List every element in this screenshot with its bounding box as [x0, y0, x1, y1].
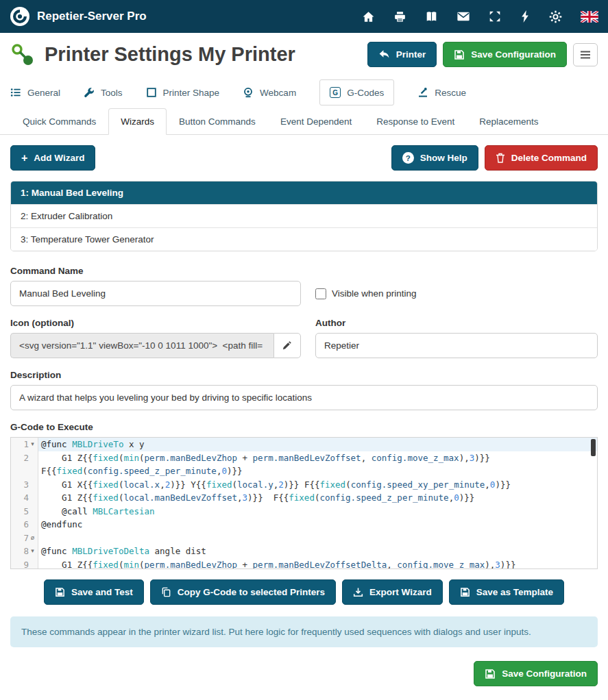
editor-line[interactable]: 9 G1 Z{{fixed(min(perm.manBedLevZhop + p… [11, 558, 597, 570]
brand[interactable]: Repetier-Server Pro [10, 6, 147, 27]
gcode-editor[interactable]: 1▾@func MBLDriveTo x y2 G1 Z{{fixed(min(… [10, 437, 598, 569]
editor-line[interactable]: 1▾@func MBLDriveTo x y [11, 438, 597, 451]
editor-line-code[interactable]: @func MBLDriveToDelta angle dist [38, 545, 597, 558]
editor-line-code[interactable]: F{{fixed(config.speed_z_per_minute,0)}} [38, 464, 597, 478]
editor-line[interactable]: 5 @call MBLCartesian [11, 505, 597, 518]
editor-line[interactable]: 6@endfunc [11, 518, 597, 532]
editor-line-code[interactable] [38, 532, 597, 545]
fold-marker-icon [29, 451, 36, 465]
save-configuration-button-top[interactable]: Save Configuration [443, 42, 567, 67]
save-icon [55, 587, 65, 597]
toolbar-right-group: ? Show Help Delete Command [391, 145, 598, 171]
app-logo [10, 6, 30, 27]
printer-icon[interactable] [393, 11, 406, 23]
fold-marker-icon [29, 505, 36, 518]
tools-icon [84, 87, 95, 98]
save-and-test-button[interactable]: Save and Test [44, 579, 144, 605]
editor-line-code[interactable]: @call MBLCartesian [38, 505, 597, 518]
header-menu-button[interactable] [573, 43, 598, 66]
editor-line[interactable]: 2 G1 Z{{fixed(min(perm.manBedLevZhop + p… [11, 451, 597, 465]
subtab-button-commands[interactable]: Button Commands [167, 108, 268, 135]
home-icon[interactable] [362, 11, 375, 23]
tab-tools[interactable]: Tools [84, 80, 123, 105]
command-name-label: Command Name [10, 266, 598, 276]
editor-gutter: 7ø [11, 532, 38, 545]
delete-command-button[interactable]: Delete Command [485, 145, 598, 171]
hamburger-menu-icon [580, 50, 591, 60]
subtab-wizards[interactable]: Wizards [108, 108, 167, 135]
editor-line-code[interactable]: G1 Z{{fixed(local.manBedLevZoffset,3)}} … [38, 491, 597, 505]
icon-input-group [10, 333, 301, 358]
author-label: Author [315, 318, 598, 328]
export-wizard-button[interactable]: Export Wizard [342, 579, 443, 605]
save-configuration-button-bottom[interactable]: Save Configuration [474, 661, 598, 686]
editor-line[interactable]: F{{fixed(config.speed_z_per_minute,0)}} [11, 464, 597, 478]
editor-scrollbar-thumb[interactable] [591, 439, 596, 456]
wizard-list-item-2[interactable]: 2: Extruder Calibration [11, 204, 597, 227]
editor-line-code[interactable]: G1 X{{fixed(local.x,2)}} Y{{fixed(local.… [38, 478, 597, 492]
top-navbar: Repetier-Server Pro [0, 0, 608, 33]
book-icon[interactable] [425, 11, 438, 23]
settings-tab-bar: General Tools Printer Shape Webcam G G-C… [0, 71, 608, 107]
mail-icon[interactable] [457, 11, 470, 22]
editor-gutter: 8▾ [11, 545, 38, 558]
editor-gutter: 2 [11, 451, 38, 465]
fold-marker-icon [29, 491, 36, 505]
pencil-icon [282, 340, 292, 351]
wizard-list-item-3[interactable]: 3: Temperature Tower Generator [11, 227, 597, 251]
square-outline-icon [146, 87, 157, 98]
save-as-template-button[interactable]: Save as Template [449, 579, 564, 605]
tab-general[interactable]: General [10, 80, 60, 105]
edit-icon-button[interactable] [273, 333, 301, 358]
gcode-subtab-bar: Quick Commands Wizards Button Commands E… [0, 107, 608, 135]
bottom-save-row: Save Configuration [0, 647, 608, 698]
command-name-input[interactable] [10, 281, 301, 306]
language-flag-uk-icon[interactable] [581, 11, 598, 23]
editor-line[interactable]: 8▾@func MBLDriveToDelta angle dist [11, 545, 597, 558]
fold-marker-icon[interactable]: ▾ [29, 545, 36, 558]
tab-printer-shape[interactable]: Printer Shape [146, 80, 220, 105]
copy-gcode-button[interactable]: Copy G-Code to selected Printers [150, 579, 336, 605]
save-icon [485, 668, 496, 679]
editor-line-code[interactable]: G1 Z{{fixed(min(perm.manBedLevZhop + per… [38, 451, 597, 465]
expand-arrows-icon[interactable] [489, 10, 501, 23]
fold-marker-icon [29, 464, 36, 478]
tab-webcam[interactable]: Webcam [243, 80, 296, 105]
subtab-event-dependent[interactable]: Event Dependent [268, 108, 364, 135]
footer-actions: Save and Test Copy G-Code to selected Pr… [0, 569, 608, 605]
wizard-form: Command Name Visible when printing Icon … [0, 251, 608, 569]
icon-label: Icon (optional) [10, 318, 301, 328]
back-to-printer-button[interactable]: Printer [367, 42, 437, 67]
gear-icon[interactable] [549, 10, 562, 23]
editor-line-code[interactable]: @func MBLDriveTo x y [38, 438, 597, 451]
plus-icon: + [21, 153, 27, 164]
fold-marker-icon[interactable]: ▾ [29, 438, 36, 451]
subtab-quick-commands[interactable]: Quick Commands [10, 108, 108, 135]
fold-marker-icon [29, 518, 36, 532]
subtab-response-to-event[interactable]: Response to Event [364, 108, 467, 135]
bolt-icon[interactable] [520, 10, 531, 23]
author-input[interactable] [315, 333, 598, 358]
editor-line[interactable]: 3 G1 X{{fixed(local.x,2)}} Y{{fixed(loca… [11, 478, 597, 492]
fold-marker-icon[interactable]: ø [29, 532, 36, 545]
visible-when-printing-checkbox[interactable] [315, 288, 326, 299]
description-input[interactable] [10, 385, 598, 410]
editor-gutter: 9 [11, 558, 38, 570]
icon-svg-input[interactable] [10, 333, 273, 358]
wizard-list-item-1[interactable]: 1: Manual Bed Leveling [11, 182, 597, 204]
editor-gutter: 5 [11, 505, 38, 518]
tab-rescue[interactable]: Rescue [417, 80, 466, 105]
subtab-replacements[interactable]: Replacements [467, 108, 550, 135]
editor-line[interactable]: 4 G1 Z{{fixed(local.manBedLevZoffset,3)}… [11, 491, 597, 505]
tab-gcodes[interactable]: G G-Codes [319, 79, 394, 105]
show-help-button[interactable]: ? Show Help [391, 145, 478, 171]
editor-line[interactable]: 7ø [11, 532, 597, 545]
gcode-icon: G [330, 87, 341, 98]
page-title: Printer Settings My Printer [45, 43, 295, 66]
save-icon [454, 49, 465, 60]
editor-line-code[interactable]: G1 Z{{fixed(min(perm.manBedLevZhop + per… [38, 558, 597, 570]
editor-gutter: 4 [11, 491, 38, 505]
add-wizard-button[interactable]: + Add Wizard [10, 145, 95, 171]
rescue-icon [417, 87, 428, 98]
editor-line-code[interactable]: @endfunc [38, 518, 597, 532]
